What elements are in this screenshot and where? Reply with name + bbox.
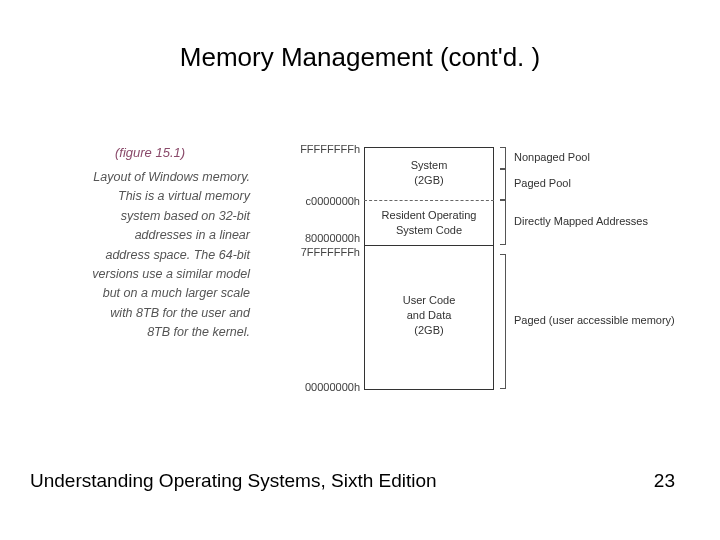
label-nonpaged-pool: Nonpaged Pool [514, 151, 590, 163]
user-line1: User Code [403, 294, 456, 306]
figure-caption: Layout of Windows memory. This is a virt… [92, 168, 250, 342]
footer-book-title: Understanding Operating Systems, Sixth E… [30, 470, 437, 492]
bracket-nonpaged [500, 147, 506, 169]
user-line3: (2GB) [414, 324, 443, 336]
label-directly-mapped: Directly Mapped Addresses [514, 215, 648, 227]
address-c0000000: c0000000h [290, 195, 360, 207]
mid-divider [364, 245, 494, 246]
user-code-data-label: User Code and Data (2GB) [364, 293, 494, 338]
slide-title: Memory Management (cont'd. ) [0, 42, 720, 73]
bracket-paged-pool [500, 169, 506, 200]
user-line2: and Data [407, 309, 452, 321]
system-line2: (2GB) [414, 174, 443, 186]
roc-line1: Resident Operating [382, 209, 477, 221]
roc-line2: System Code [396, 224, 462, 236]
system-block-label: System (2GB) [364, 158, 494, 188]
figure-label: (figure 15.1) [115, 145, 185, 160]
system-line1: System [411, 159, 448, 171]
address-80000000: 80000000h [290, 232, 360, 244]
address-7fffffff: 7FFFFFFFh [290, 246, 360, 258]
bracket-directly-mapped [500, 200, 506, 245]
label-paged-pool: Paged Pool [514, 177, 571, 189]
address-00000000: 00000000h [290, 381, 360, 393]
dashed-divider [364, 200, 494, 201]
resident-os-code-label: Resident Operating System Code [364, 208, 494, 238]
address-ffffffff: FFFFFFFFh [290, 143, 360, 155]
bracket-user-paged [500, 254, 506, 389]
page-number: 23 [654, 470, 675, 492]
label-user-paged: Paged (user accessible memory) [514, 314, 675, 326]
